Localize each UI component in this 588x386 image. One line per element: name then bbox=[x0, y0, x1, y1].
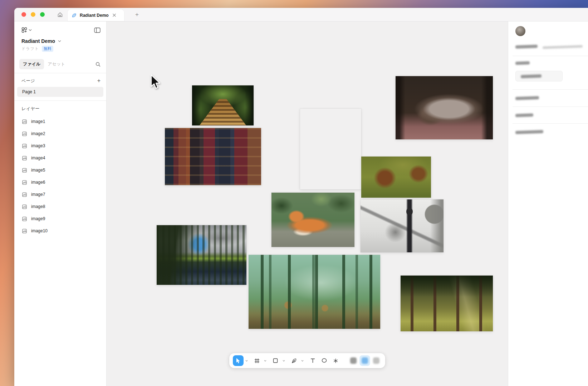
layer-label: image1 bbox=[31, 119, 45, 124]
right-sidebar bbox=[508, 21, 588, 386]
toggle-sidebar-icon[interactable] bbox=[94, 28, 101, 33]
tab-files[interactable]: ファイル bbox=[19, 59, 44, 69]
text-tool[interactable] bbox=[307, 355, 318, 366]
image-layer-icon bbox=[22, 229, 27, 233]
actions-tool[interactable] bbox=[330, 355, 341, 366]
layer-row[interactable]: image6 bbox=[14, 176, 106, 188]
minimize-window-button[interactable] bbox=[31, 12, 35, 17]
image-layer-icon bbox=[22, 192, 27, 197]
layer-row[interactable]: image7 bbox=[14, 188, 106, 201]
mouse-cursor bbox=[150, 74, 162, 90]
blurred-property-value bbox=[543, 45, 583, 49]
blurred-property-label bbox=[515, 130, 543, 134]
close-window-button[interactable] bbox=[21, 12, 26, 17]
more-extra-tool[interactable] bbox=[371, 355, 382, 366]
canvas-image-image7[interactable] bbox=[361, 199, 444, 252]
search-icon[interactable] bbox=[95, 62, 101, 67]
pen-tool[interactable] bbox=[289, 355, 299, 366]
free-plan-badge[interactable]: 無料 bbox=[42, 46, 53, 52]
pen-tool-chevron-icon[interactable] bbox=[300, 355, 304, 366]
frame-tool[interactable] bbox=[251, 355, 262, 366]
tab-assets[interactable]: アセット bbox=[44, 59, 69, 69]
figma-file-icon bbox=[71, 13, 77, 18]
tab-title: Radiant Demo bbox=[80, 13, 109, 18]
new-tab-icon[interactable]: + bbox=[133, 10, 141, 19]
blurred-property-label bbox=[515, 61, 530, 65]
image-layer-icon bbox=[22, 180, 27, 185]
canvas-image-image9[interactable] bbox=[249, 255, 380, 329]
dev-mode-toggle[interactable] bbox=[359, 355, 370, 366]
zoom-window-button[interactable] bbox=[40, 12, 45, 17]
layer-row[interactable]: image9 bbox=[14, 213, 106, 225]
titlebar: Radiant Demo + bbox=[14, 8, 588, 21]
image-layer-icon bbox=[22, 217, 27, 221]
layer-row[interactable]: image5 bbox=[14, 164, 106, 176]
layer-label: image5 bbox=[31, 168, 45, 173]
layer-label: image10 bbox=[31, 228, 48, 233]
blurred-property-label bbox=[515, 113, 533, 117]
image-layer-icon bbox=[22, 156, 27, 160]
layer-label: image9 bbox=[31, 216, 45, 221]
canvas-image-image10[interactable] bbox=[401, 276, 493, 331]
layer-label: image8 bbox=[31, 204, 45, 209]
page-item[interactable]: Page 1 bbox=[17, 87, 103, 97]
ellipse-comment-tool[interactable] bbox=[319, 355, 329, 366]
image-layer-icon bbox=[22, 204, 27, 209]
layer-row[interactable]: image3 bbox=[14, 140, 106, 152]
app-logo-icon bbox=[21, 27, 27, 33]
file-tab[interactable]: Radiant Demo bbox=[68, 9, 124, 21]
pages-header: ページ bbox=[21, 78, 35, 84]
canvas-image-image8[interactable] bbox=[157, 225, 246, 285]
image-layer-icon bbox=[22, 132, 27, 136]
chevron-down-icon bbox=[29, 29, 32, 31]
image-layer-icon bbox=[22, 119, 27, 124]
shape-tool-chevron-icon[interactable] bbox=[281, 355, 286, 366]
frame-tool-chevron-icon[interactable] bbox=[263, 355, 267, 366]
layer-row[interactable]: image1 bbox=[14, 115, 106, 128]
traffic-lights bbox=[21, 12, 45, 17]
avatar[interactable] bbox=[515, 26, 525, 36]
app-window: Radiant Demo + bbox=[14, 8, 588, 386]
blurred-property-label bbox=[515, 96, 539, 100]
layers-header: レイヤー bbox=[21, 106, 40, 112]
left-sidebar: Radiant Demo ドラフト 無料 ファイル アセット ページ + bbox=[14, 21, 107, 386]
canvas-image-image4[interactable] bbox=[396, 76, 493, 139]
main-menu-button[interactable] bbox=[21, 27, 32, 33]
layer-label: image3 bbox=[31, 143, 45, 148]
blurred-property-label bbox=[515, 45, 538, 49]
layers-list: image1 image2 image3 bbox=[14, 115, 106, 237]
canvas-image-image1[interactable] bbox=[192, 85, 254, 125]
chevron-down-icon[interactable] bbox=[58, 40, 61, 42]
design-canvas[interactable] bbox=[107, 21, 508, 386]
canvas-image-image5[interactable] bbox=[361, 157, 431, 198]
layer-row[interactable]: image8 bbox=[14, 201, 106, 213]
layer-label: image7 bbox=[31, 192, 45, 197]
project-title[interactable]: Radiant Demo bbox=[21, 38, 55, 44]
canvas-image-image2[interactable] bbox=[165, 128, 261, 185]
draft-label: ドラフト bbox=[21, 46, 39, 51]
image-layer-icon bbox=[22, 168, 27, 173]
image-layer-icon bbox=[22, 144, 27, 148]
tab-close-icon[interactable] bbox=[112, 13, 116, 17]
layer-row[interactable]: image10 bbox=[14, 225, 106, 237]
blurred-property-field[interactable] bbox=[515, 71, 563, 81]
bottom-toolbar bbox=[229, 353, 385, 368]
canvas-image-image3[interactable] bbox=[300, 109, 361, 189]
layer-label: image6 bbox=[31, 180, 45, 185]
app-body: Radiant Demo ドラフト 無料 ファイル アセット ページ + bbox=[14, 21, 588, 386]
home-icon[interactable] bbox=[55, 10, 65, 19]
layer-label: image4 bbox=[31, 155, 45, 160]
layer-row[interactable]: image4 bbox=[14, 152, 106, 164]
layer-label: image2 bbox=[31, 131, 45, 136]
canvas-image-image6[interactable] bbox=[271, 193, 354, 247]
add-page-icon[interactable]: + bbox=[97, 78, 101, 84]
collab-extra-tool[interactable] bbox=[348, 355, 359, 366]
shape-tool[interactable] bbox=[270, 355, 281, 366]
layer-row[interactable]: image2 bbox=[14, 128, 106, 140]
move-tool-chevron-icon[interactable] bbox=[244, 355, 249, 366]
move-tool[interactable] bbox=[233, 355, 244, 366]
